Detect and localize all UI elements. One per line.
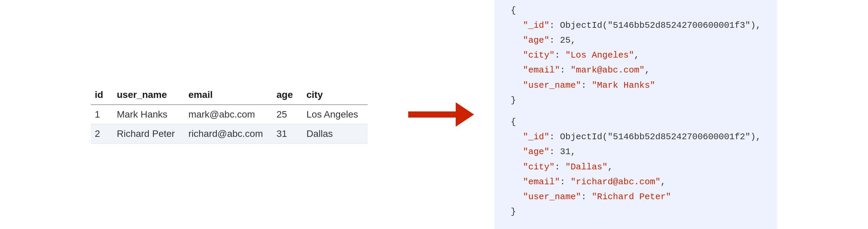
json-line-city-1: "city": "Los Angeles",	[511, 48, 761, 63]
json-output-section: { "_id": ObjectId("5146bb52d852427006000…	[494, 0, 777, 229]
cell-age-1: 25	[272, 105, 302, 124]
arrow-head	[456, 102, 474, 127]
json-line-city-2: "city": "Dallas",	[511, 160, 761, 174]
json-open-brace-2: {	[511, 114, 761, 129]
cell-user_name-2: Richard Peter	[113, 124, 184, 144]
main-container: id user_name email age city 1Mark Hanksm…	[0, 0, 868, 229]
col-header-age: age	[272, 85, 302, 105]
col-header-city: city	[302, 85, 368, 105]
table-row: 1Mark Hanksmark@abc.com25Los Angeles	[91, 105, 368, 124]
json-line-age-2: "age": 31,	[511, 144, 761, 159]
cell-city-2: Dallas	[302, 124, 368, 144]
table-header-row: id user_name email age city	[91, 85, 368, 105]
arrow-body	[408, 111, 456, 118]
cell-age-2: 31	[272, 124, 302, 144]
json-line-id-2: "_id": ObjectId("5146bb52d85242700600001…	[511, 129, 761, 144]
data-table: id user_name email age city 1Mark Hanksm…	[91, 85, 368, 144]
json-line-id-1: "_id": ObjectId("5146bb52d85242700600001…	[511, 18, 761, 33]
cell-id-1: 1	[91, 105, 113, 124]
json-line-age-1: "age": 25,	[511, 33, 761, 48]
json-line-email-1: "email": "mark@abc.com",	[511, 63, 761, 78]
col-header-email: email	[184, 85, 273, 105]
cell-city-1: Los Angeles	[302, 105, 368, 124]
json-record-2: { "_id": ObjectId("5146bb52d852427006000…	[511, 114, 761, 219]
cell-id-2: 2	[91, 124, 113, 144]
json-close-brace-2: }	[511, 204, 761, 219]
json-open-brace-1: {	[511, 3, 761, 18]
cell-email-2: richard@abc.com	[184, 124, 273, 144]
json-line-username-1: "user_name": "Mark Hanks"	[511, 78, 761, 93]
json-close-brace-1: }	[511, 93, 761, 108]
col-header-id: id	[91, 85, 113, 105]
direction-arrow	[408, 102, 474, 127]
table-section: id user_name email age city 1Mark Hanksm…	[91, 85, 368, 144]
json-line-email-2: "email": "richard@abc.com",	[511, 174, 761, 189]
cell-user_name-1: Mark Hanks	[113, 105, 184, 124]
arrow-section	[408, 102, 474, 127]
table-row: 2Richard Peterrichard@abc.com31Dallas	[91, 124, 368, 144]
col-header-username: user_name	[113, 85, 184, 105]
cell-email-1: mark@abc.com	[184, 105, 273, 124]
json-line-username-2: "user_name": "Richard Peter"	[511, 189, 761, 204]
json-record-1: { "_id": ObjectId("5146bb52d852427006000…	[511, 3, 761, 108]
